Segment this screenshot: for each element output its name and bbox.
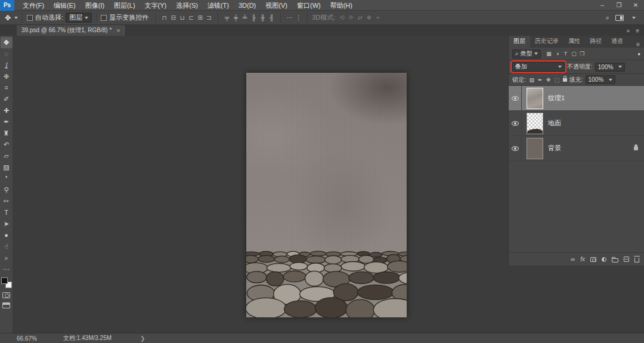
- clone-stamp-tool[interactable]: ♜: [1, 128, 13, 139]
- color-swatches[interactable]: [1, 277, 12, 288]
- new-layer-icon[interactable]: [624, 257, 629, 262]
- tab-layers-active[interactable]: 图层: [509, 35, 530, 48]
- document-canvas[interactable]: [246, 73, 407, 317]
- menu-item[interactable]: 编辑(E): [49, 0, 80, 11]
- show-transform-checkbox[interactable]: [101, 15, 107, 21]
- menu-item[interactable]: 窗口(W): [292, 0, 326, 11]
- edit-toolbar[interactable]: ⋯: [1, 264, 13, 275]
- blend-mode-dropdown[interactable]: 叠加: [512, 62, 565, 72]
- new-adjustment-layer-icon[interactable]: [602, 257, 606, 262]
- menu-item[interactable]: 3D(D): [234, 0, 261, 11]
- align-vertical-centers[interactable]: ⊟: [169, 11, 178, 24]
- 3d-pan-icon[interactable]: ⇄: [355, 11, 364, 24]
- zoom-level-field[interactable]: 66.67%: [17, 335, 37, 342]
- distribute-bottom-edges[interactable]: ╧: [240, 11, 249, 24]
- distribute-vertical-centers[interactable]: ╪: [231, 11, 240, 24]
- menu-item[interactable]: 帮助(H): [326, 0, 357, 11]
- lock-all-icon[interactable]: [563, 78, 567, 82]
- screen-mode-button[interactable]: [2, 302, 10, 308]
- auto-select-checkbox[interactable]: [27, 15, 33, 21]
- menu-item[interactable]: 图层(L): [109, 0, 140, 11]
- layer-thumbnail[interactable]: [527, 138, 543, 159]
- distribute-vertical-spacing[interactable]: ⋮: [294, 11, 303, 24]
- pen-tool[interactable]: ✏: [1, 196, 13, 207]
- minimize-button[interactable]: –: [594, 0, 611, 11]
- align-right-edges[interactable]: ⊐: [205, 11, 213, 24]
- align-bottom-edges[interactable]: ⊔: [178, 11, 187, 24]
- lock-artboard-icon[interactable]: ⬚: [553, 77, 561, 83]
- lasso-tool[interactable]: ʆ: [1, 60, 13, 71]
- document-tab[interactable]: 39.psd @ 66.7% (纹理1, RGB/8) * ×: [17, 25, 126, 36]
- eyedropper-tool[interactable]: ✐: [1, 94, 13, 105]
- lock-position-icon[interactable]: ✥: [545, 77, 552, 83]
- eraser-tool[interactable]: ▱: [1, 150, 13, 162]
- filter-pixel-layers-icon[interactable]: ▦: [544, 51, 553, 57]
- filter-shape-layers-icon[interactable]: ▢: [569, 51, 578, 57]
- foreground-color-swatch[interactable]: [1, 277, 8, 284]
- panel-menu-icon[interactable]: ≡: [632, 41, 644, 48]
- collapse-panels-icon[interactable]: »: [627, 27, 630, 34]
- tab-panel[interactable]: 通道: [606, 35, 628, 48]
- 3d-roll-icon[interactable]: ⟳: [346, 11, 355, 24]
- filter-toggle-icon[interactable]: ●: [637, 51, 640, 57]
- align-left-edges[interactable]: ⊏: [187, 11, 196, 24]
- auto-select-target-dropdown[interactable]: 图层: [66, 13, 92, 23]
- quick-selection-tool[interactable]: ❉: [1, 71, 13, 82]
- delete-layer-icon[interactable]: [634, 258, 639, 262]
- brush-tool[interactable]: ✒: [1, 116, 13, 128]
- shape-tool[interactable]: ●: [1, 230, 13, 241]
- type-tool[interactable]: T: [1, 207, 13, 218]
- distribute-right-edges[interactable]: ╢: [267, 11, 276, 24]
- filter-kind-dropdown[interactable]: ⌕ 类型: [512, 50, 541, 58]
- align-top-edges[interactable]: ⊓: [160, 11, 169, 24]
- 3d-slide-icon[interactable]: ✥: [364, 11, 373, 24]
- healing-brush-tool[interactable]: ✚: [1, 105, 13, 116]
- lock-image-pixels-icon[interactable]: ✒: [537, 77, 544, 83]
- layer-styles-icon[interactable]: fx: [580, 256, 585, 262]
- dodge-tool[interactable]: ⚲: [1, 184, 13, 196]
- search-icon[interactable]: ⌕: [606, 14, 609, 21]
- zoom-tool[interactable]: ⌕: [1, 252, 13, 264]
- layer-thumbnail[interactable]: [527, 88, 543, 109]
- restore-button[interactable]: ❐: [611, 0, 627, 11]
- layer-thumbnail[interactable]: [527, 113, 543, 134]
- distribute-horizontal-spacing[interactable]: ⋯: [285, 11, 294, 24]
- workspace-icon[interactable]: [615, 15, 624, 21]
- 3d-scale-icon[interactable]: ⌖: [373, 11, 382, 24]
- blur-tool[interactable]: ❜: [1, 173, 13, 184]
- close-button[interactable]: ✕: [627, 0, 644, 11]
- layer-row[interactable]: 地面: [509, 111, 644, 136]
- layers-panel-empty-area[interactable]: [509, 161, 644, 252]
- move-tool[interactable]: ✥: [1, 37, 13, 48]
- quick-mask-button[interactable]: [2, 292, 10, 298]
- visibility-toggle[interactable]: [509, 86, 522, 110]
- menu-item[interactable]: 文字(Y): [140, 0, 172, 11]
- fill-dropdown[interactable]: 100%: [586, 75, 615, 84]
- link-layers-icon[interactable]: ∞: [571, 256, 575, 262]
- marquee-tool[interactable]: ◌: [1, 48, 13, 60]
- dock-menu-icon[interactable]: ≡: [636, 27, 639, 34]
- layer-row[interactable]: 背景: [509, 136, 644, 161]
- menu-item[interactable]: 滤镜(T): [203, 0, 234, 11]
- gradient-tool[interactable]: ▨: [1, 162, 13, 173]
- menu-item[interactable]: 视图(V): [261, 0, 292, 11]
- tab-panel[interactable]: 路径: [585, 35, 606, 48]
- filter-adjustment-layers-icon[interactable]: ◑: [553, 51, 561, 57]
- add-layer-mask-icon[interactable]: [590, 257, 596, 262]
- hand-tool[interactable]: ☝: [1, 241, 13, 252]
- path-selection-tool[interactable]: ➤: [1, 218, 13, 230]
- 3d-rotate-icon[interactable]: ⟲: [338, 11, 346, 24]
- menu-item[interactable]: 选择(S): [171, 0, 203, 11]
- history-brush-tool[interactable]: ↶: [1, 139, 13, 150]
- tool-preset-caret-icon[interactable]: [14, 17, 18, 19]
- distribute-top-edges[interactable]: ╤: [222, 11, 231, 24]
- filter-smart-objects-icon[interactable]: ❐: [578, 51, 586, 57]
- distribute-left-edges[interactable]: ╟: [249, 11, 258, 24]
- visibility-toggle[interactable]: [509, 111, 522, 135]
- menu-item[interactable]: 图像(I): [80, 0, 109, 11]
- filter-type-layers-icon[interactable]: T: [561, 51, 569, 57]
- layer-row[interactable]: 纹理1: [509, 86, 644, 111]
- lock-transparent-pixels-icon[interactable]: ▨: [528, 77, 535, 83]
- distribute-horizontal-centers[interactable]: ╫: [258, 11, 267, 24]
- crop-tool[interactable]: ⌗: [1, 82, 13, 94]
